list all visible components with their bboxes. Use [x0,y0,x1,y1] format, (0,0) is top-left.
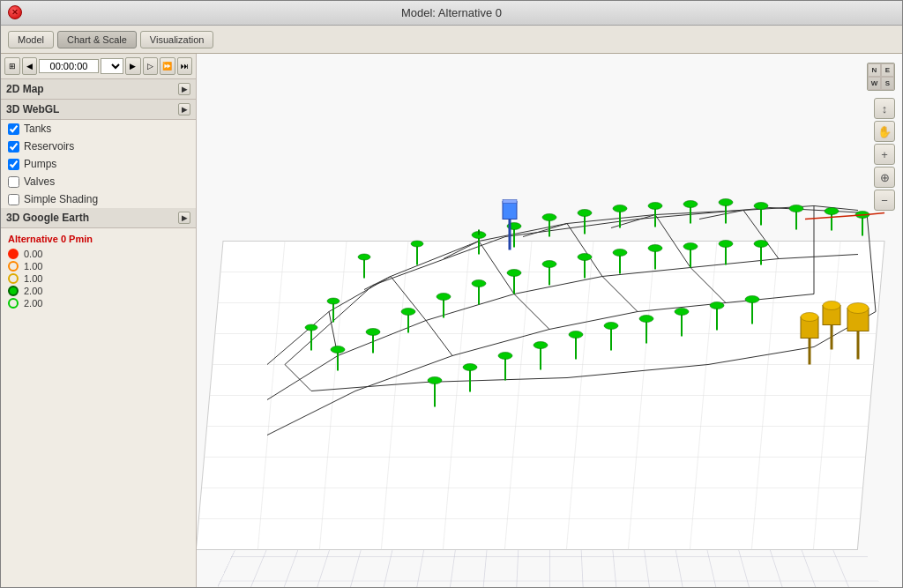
simple-shading-label: Simple Shading [24,193,98,205]
svg-point-51 [683,201,698,208]
section-3d-webgl: 3D WebGL ▶ [1,100,196,120]
scene-container [197,54,902,587]
legend-item-1: 1.00 [8,260,189,272]
hand-button[interactable]: ✋ [874,121,895,142]
svg-point-63 [331,346,345,354]
section-2d-map-label: 2D Map [6,83,44,95]
window-title: Model: Alternative 0 [401,6,502,19]
svg-point-103 [675,309,689,316]
fullscreen-button[interactable]: ⊞ [4,57,20,75]
zoom-in-button[interactable]: + [874,144,895,165]
checkbox-reservoirs[interactable]: Reservoirs [1,138,196,155]
svg-point-107 [745,296,759,303]
legend-circle-3 [8,286,19,296]
legend-value-2: 1.00 [24,273,42,284]
prev-button[interactable]: ◀ [22,57,38,75]
legend-title: Alternative 0 Pmin [8,234,189,244]
svg-point-111 [411,241,423,247]
play-button[interactable]: ▶ [125,57,141,75]
legend-item-4: 2.00 [8,297,189,309]
close-button[interactable]: ✕ [8,5,22,19]
compass-e: E [881,63,894,77]
legend-section: Alternative 0 Pmin 0.00 1.00 1.00 2.00 [1,228,196,315]
viewport[interactable]: N E W S ↕ ✋ + ⊕ − [197,54,902,587]
legend-item-3: 2.00 [8,285,189,297]
svg-point-127 [847,303,869,314]
title-bar: ✕ Model: Alternative 0 [1,1,902,26]
section-3d-google-earth: 3D Google Earth ▶ [1,208,196,228]
svg-point-75 [542,261,556,268]
valves-label: Valves [24,175,55,188]
svg-point-77 [578,254,592,261]
checkbox-pumps[interactable]: Pumps [1,155,196,173]
compass: N E W S [867,63,895,91]
main-window: ✕ Model: Alternative 0 Model Chart & Sca… [0,0,903,588]
svg-point-87 [754,241,768,248]
svg-point-89 [428,377,442,384]
tab-visualization[interactable]: Visualization [140,31,214,48]
section-2d-map-expand[interactable]: ▶ [178,83,190,95]
pumps-label: Pumps [24,158,56,170]
tab-chart-scale[interactable]: Chart & Scale [57,31,137,48]
svg-point-97 [569,331,583,339]
legend-item-0: 0.00 [8,248,189,260]
svg-point-93 [498,353,512,360]
compass-w: W [868,77,881,90]
time-input[interactable] [39,59,99,73]
reservoirs-label: Reservoirs [24,140,74,153]
svg-point-85 [719,241,733,248]
checkbox-tanks[interactable]: Tanks [1,120,196,138]
svg-point-55 [754,203,768,210]
svg-point-115 [327,298,340,304]
compass-s: S [881,77,894,90]
legend-value-4: 2.00 [24,298,42,309]
svg-point-71 [472,280,486,287]
section-3d-webgl-label: 3D WebGL [6,103,59,115]
end-button[interactable]: ⏭ [177,57,193,75]
pan-button[interactable]: ↕ [874,98,895,119]
svg-point-91 [463,364,477,371]
svg-point-81 [648,245,662,252]
svg-point-49 [648,203,662,210]
fast-forward-button[interactable]: ⏩ [160,57,175,75]
svg-point-124 [823,301,840,310]
tab-model[interactable]: Model [8,31,54,48]
compass-rose: N E W S [867,63,895,91]
section-google-earth-expand[interactable]: ▶ [178,212,190,224]
svg-point-109 [358,254,370,260]
svg-point-73 [507,270,521,277]
svg-point-45 [578,210,592,217]
controls-bar: ⊞ ◀ ▶ ▷ ⏩ ⏭ [1,54,196,79]
step-forward-button[interactable]: ▷ [143,57,159,75]
tanks-label: Tanks [24,123,51,135]
legend-circle-0 [8,249,19,259]
zoom-out-button[interactable]: − [874,190,895,211]
svg-point-59 [825,208,839,215]
svg-point-57 [789,205,803,212]
checkbox-simple-shading[interactable]: Simple Shading [1,190,196,208]
section-2d-map: 2D Map ▶ [1,79,196,100]
section-3d-webgl-expand[interactable]: ▶ [178,103,190,115]
compass-n: N [868,63,881,77]
section-google-earth-label: 3D Google Earth [6,212,89,224]
time-dropdown[interactable] [101,58,123,74]
svg-point-79 [613,249,627,257]
ground-plane [197,242,884,550]
legend-circle-4 [8,298,19,309]
network-svg [197,54,902,587]
svg-point-47 [613,205,627,212]
svg-point-43 [542,214,556,221]
svg-point-67 [401,309,415,316]
legend-value-0: 0.00 [24,249,42,259]
svg-point-69 [437,294,451,301]
sidebar: ⊞ ◀ ▶ ▷ ⏩ ⏭ 2D Map ▶ 3D WebGL ▶ [1,54,197,587]
checkbox-valves[interactable]: Valves [1,173,196,190]
svg-point-121 [801,313,818,322]
svg-rect-117 [503,202,517,220]
svg-point-53 [719,199,733,206]
red-line-1 [867,213,884,215]
globe-button[interactable]: ⊕ [874,167,895,188]
tab-toolbar: Model Chart & Scale Visualization [1,26,902,54]
legend-item-2: 1.00 [8,272,189,285]
svg-rect-118 [503,200,517,204]
